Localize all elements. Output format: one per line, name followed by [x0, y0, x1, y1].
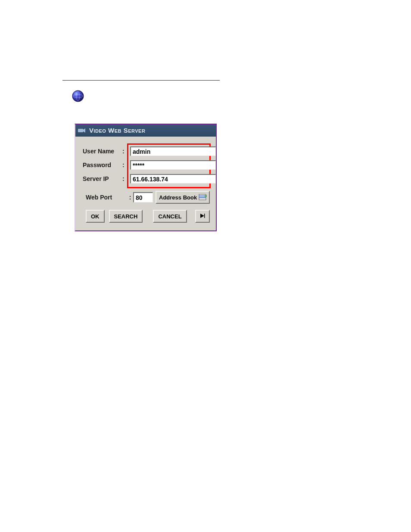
password-input[interactable]: [130, 160, 216, 170]
colon: :: [122, 175, 125, 182]
play-icon: [200, 213, 205, 220]
colon: :: [122, 148, 125, 155]
camera-icon: [78, 128, 86, 134]
login-dialog: Video Web Server User Name : Password : …: [75, 124, 217, 231]
username-label: User Name: [83, 148, 124, 155]
server-ip-label: Server IP: [83, 175, 124, 182]
server-ip-input[interactable]: [130, 174, 216, 184]
colon: :: [127, 194, 133, 201]
titlebar: Video Web Server: [75, 124, 216, 137]
web-port-input[interactable]: [133, 192, 153, 202]
web-port-label: Web Port: [86, 194, 127, 201]
dialog-title: Video Web Server: [89, 127, 145, 134]
svg-point-0: [72, 90, 84, 102]
colon: :: [122, 162, 125, 168]
address-book-label: Address Book: [159, 194, 197, 201]
svg-rect-4: [199, 194, 206, 200]
dialog-body: User Name : Password : Server IP : Web P…: [75, 137, 216, 230]
ok-button[interactable]: OK: [86, 210, 105, 223]
sphere-icon: [72, 90, 84, 103]
cancel-button[interactable]: CANCEL: [153, 210, 187, 223]
username-input[interactable]: [130, 146, 216, 156]
search-button[interactable]: SEARCH: [109, 210, 143, 223]
svg-rect-7: [205, 195, 207, 197]
svg-rect-8: [204, 214, 205, 218]
play-button[interactable]: [195, 210, 210, 223]
password-label: Password: [83, 162, 124, 168]
svg-rect-3: [78, 129, 83, 132]
book-icon: [199, 193, 207, 201]
highlighted-fields: User Name : Password : Server IP :: [127, 143, 211, 188]
address-book-button[interactable]: Address Book: [156, 191, 210, 204]
divider: [62, 80, 220, 81]
